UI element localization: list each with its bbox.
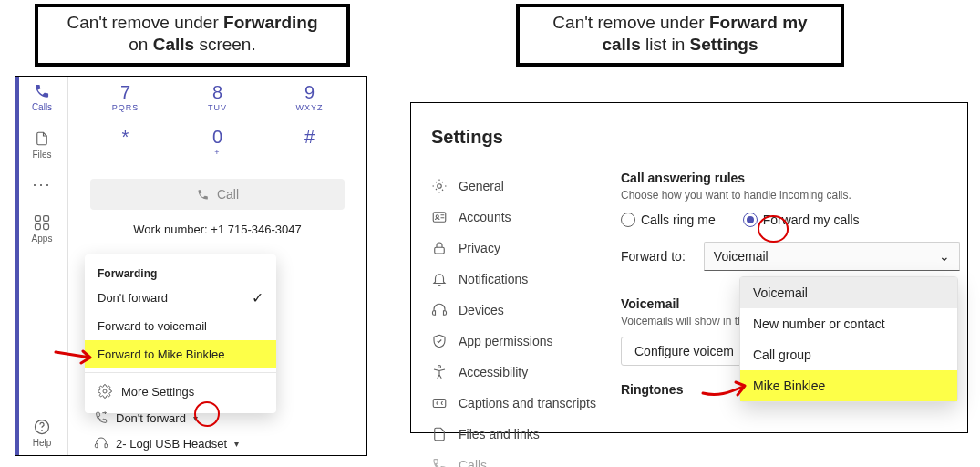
text-bold: Settings: [690, 35, 758, 54]
radio-icon: [743, 213, 758, 227]
file-icon: [34, 130, 50, 148]
call-button[interactable]: Call: [90, 179, 345, 210]
separator: [85, 372, 276, 373]
dropdown-person[interactable]: Mike Binklee: [740, 370, 957, 401]
rail-calls[interactable]: Calls: [15, 82, 68, 112]
nav-files[interactable]: Files and links: [424, 419, 603, 450]
text-bold: Calls: [153, 35, 194, 54]
rail-more[interactable]: ···: [15, 175, 68, 194]
phone-icon: [196, 188, 210, 202]
file-icon: [431, 426, 448, 442]
svg-point-5: [41, 430, 43, 431]
left-rail: Calls Files ··· Apps Help: [15, 77, 68, 455]
nav-captions[interactable]: Captions and transcripts: [424, 388, 603, 419]
svg-rect-3: [44, 224, 49, 230]
apps-icon: [33, 213, 51, 232]
nav-app-permissions[interactable]: App permissions: [424, 326, 603, 357]
nav-devices[interactable]: Devices: [424, 295, 603, 326]
nav-accounts[interactable]: Accounts: [424, 202, 603, 233]
dial-7[interactable]: 7PQRS: [80, 82, 171, 112]
device-label: 2- Logi USB Headset: [116, 437, 227, 451]
section-subtext: Choose how you want to handle incoming c…: [621, 189, 960, 202]
rail-label: Apps: [15, 234, 68, 244]
svg-point-6: [103, 389, 107, 393]
id-icon: [431, 209, 448, 225]
chevron-down-icon: ▾: [234, 439, 239, 449]
shield-icon: [431, 333, 448, 349]
svg-rect-8: [433, 213, 446, 223]
dropdown-new-number[interactable]: New number or contact: [740, 308, 957, 339]
svg-rect-10: [435, 247, 445, 254]
radio-forward-my-calls[interactable]: Forward my calls: [743, 213, 860, 227]
forward-to-row: Forward to: Voicemail ⌄: [621, 242, 960, 271]
settings-nav: General Accounts Privacy Notifications D…: [424, 171, 603, 467]
help-icon: [33, 418, 51, 436]
text-bold: Forwarding: [223, 13, 317, 32]
forward-icon: [94, 410, 108, 425]
radio-icon: [621, 213, 635, 227]
text-bold: Forward my: [709, 13, 808, 32]
rail-label: Files: [15, 150, 68, 160]
opt-dont-forward[interactable]: Don't forward ✓: [85, 284, 276, 312]
work-number: Work number: +1 715-346-3047: [79, 223, 356, 236]
nav-privacy[interactable]: Privacy: [424, 233, 603, 264]
dial-9[interactable]: 9WXYZ: [264, 82, 356, 112]
text: screen.: [194, 35, 256, 54]
settings-screen: Settings General Accounts Privacy Notifi…: [410, 102, 968, 433]
opt-forward-voicemail[interactable]: Forward to voicemail: [85, 312, 276, 340]
nav-accessibility[interactable]: Accessibility: [424, 357, 603, 388]
radio-calls-ring-me[interactable]: Calls ring me: [621, 213, 716, 227]
headset-icon: [94, 436, 108, 451]
forward-to-dropdown: Voicemail New number or contact Call gro…: [739, 276, 958, 402]
gear-icon: [431, 178, 448, 194]
dropdown-voicemail[interactable]: Voicemail: [740, 277, 957, 308]
rail-files[interactable]: Files: [15, 130, 68, 160]
dial-8[interactable]: 8TUV: [172, 82, 263, 112]
chevron-down-icon: ⌄: [939, 249, 950, 264]
rail-label: Help: [15, 438, 68, 448]
svg-point-9: [436, 215, 438, 218]
call-label: Call: [217, 187, 239, 202]
dial-star[interactable]: *: [80, 127, 171, 157]
svg-point-7: [438, 184, 442, 189]
text: list in: [641, 35, 690, 54]
text-bold: calls: [602, 35, 640, 54]
chevron-down-icon: ▾: [193, 413, 198, 423]
gear-icon: [98, 384, 112, 399]
nav-calls[interactable]: Calls: [424, 450, 603, 467]
radio-row: Calls ring me Forward my calls: [621, 213, 960, 227]
opt-more-settings[interactable]: More Settings: [85, 377, 276, 406]
popup-header: Forwarding: [85, 262, 276, 284]
nav-general[interactable]: General: [424, 171, 603, 202]
device-row[interactable]: 2- Logi USB Headset ▾: [94, 436, 239, 451]
svg-rect-12: [433, 400, 446, 408]
svg-point-11: [438, 366, 441, 368]
text: Can't remove under: [67, 13, 223, 32]
lock-icon: [431, 240, 448, 256]
forward-to-select[interactable]: Voicemail ⌄: [704, 242, 960, 271]
caption-left: Can't remove under Forwarding on Calls s…: [35, 4, 350, 67]
forward-to-label: Forward to:: [621, 249, 686, 264]
opt-forward-person[interactable]: Forward to Mike Binklee: [85, 340, 276, 368]
bell-icon: [431, 271, 448, 287]
nav-notifications[interactable]: Notifications: [424, 264, 603, 295]
forwarding-popup: Forwarding Don't forward ✓ Forward to vo…: [85, 254, 276, 413]
page-title: Settings: [431, 127, 503, 148]
text: Can't remove under: [552, 13, 709, 32]
headset-icon: [431, 302, 448, 318]
forward-status-row[interactable]: Don't forward ▾: [94, 410, 198, 425]
calls-screen: Calls Files ··· Apps Help 7PQRS 8TUV 9WX…: [15, 76, 367, 456]
phone-icon: [33, 82, 51, 100]
rail-label: Calls: [15, 102, 68, 112]
rail-help[interactable]: Help: [15, 418, 68, 448]
caption-right: Can't remove under Forward my calls list…: [516, 4, 844, 67]
accessibility-icon: [431, 364, 448, 380]
checkmark-icon: ✓: [252, 289, 263, 306]
dial-hash[interactable]: #: [264, 127, 356, 157]
cc-icon: [431, 395, 448, 411]
configure-voicemail-button[interactable]: Configure voicem: [621, 337, 748, 366]
dial-0[interactable]: 0+: [172, 127, 263, 157]
dropdown-call-group[interactable]: Call group: [740, 339, 957, 370]
section-heading: Call answering rules: [621, 171, 960, 185]
rail-apps[interactable]: Apps: [15, 213, 68, 244]
